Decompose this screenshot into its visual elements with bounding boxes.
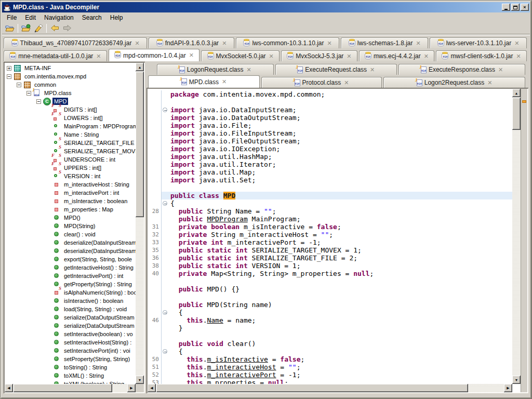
tree-item[interactable]: toXML(boolean) : String	[5, 380, 136, 384]
tab-close-icon[interactable]: ✕	[96, 54, 101, 59]
jar-tab[interactable]: 010mws.ecj-4.4.2.jar✕	[359, 50, 434, 61]
class-tab[interactable]: J010LogonRequest.class✕	[157, 64, 274, 75]
tree-item[interactable]: getProperty(String) : String	[5, 280, 136, 288]
tree-item[interactable]: isInteractive() : boolean	[5, 297, 136, 305]
fold-collapse-icon[interactable]	[163, 349, 167, 354]
tree-item[interactable]: FSUNDERSCORE : int	[5, 155, 136, 164]
tree-item[interactable]: m_interactiveHost : String	[5, 180, 136, 189]
back-button[interactable]	[48, 23, 61, 34]
tab-close-icon[interactable]: ✕	[514, 41, 519, 46]
class-tab[interactable]: J010ExecuteResponse.class✕	[398, 64, 525, 75]
jar-tab[interactable]: 010MvxSockJ-5.3.jar✕	[281, 50, 357, 61]
code-horizontal-scrollbar[interactable]: ◀ ▶	[148, 384, 512, 392]
jar-tab[interactable]: 010lws-schemas-1.8.jar✕	[341, 37, 428, 48]
scroll-down-button[interactable]: ▼	[136, 376, 144, 384]
maximize-button[interactable]	[511, 4, 520, 11]
link-token[interactable]: m_interactivePort	[207, 371, 276, 379]
tree-item[interactable]: export(String, String, boole	[5, 255, 136, 263]
tree-item[interactable]: toString() : String	[5, 363, 136, 371]
menu-search[interactable]: Search	[78, 13, 106, 22]
tree-item[interactable]: +META-INF	[5, 64, 136, 72]
tree-item[interactable]: m_properties : Map	[5, 205, 136, 214]
tree-item[interactable]: serialize(DataOutputStream	[5, 322, 136, 330]
tree-item[interactable]: −J010MPD.class	[5, 89, 136, 97]
tree-item[interactable]: deserialize(DataInputStream	[5, 238, 136, 247]
minimize-button[interactable]	[502, 4, 510, 11]
tree-item[interactable]: serialize(DataOutputStream	[5, 313, 136, 322]
tab-close-icon[interactable]: ✕	[347, 54, 351, 59]
tree-item[interactable]: −common	[5, 81, 136, 89]
fold-collapse-icon[interactable]	[163, 108, 167, 112]
tab-close-icon[interactable]: ✕	[222, 79, 227, 85]
tree-item[interactable]: load(String, String) : void	[5, 305, 136, 313]
jar-tab[interactable]: 010fndAPI-9.1.6.0.3.jar✕	[149, 37, 234, 48]
tree-item[interactable]: SisAlphaNumeric(String) : boo	[5, 288, 136, 297]
link-token[interactable]: m_properties	[207, 379, 256, 384]
jar-tab[interactable]: 010lws-server-10.3.1.10.jar✕	[430, 37, 527, 48]
jar-tab[interactable]: 010mpd-common-1.0.4.jar✕	[109, 49, 200, 61]
class-tab[interactable]: J010Logon2Request.class✕	[383, 77, 525, 88]
open-type-button[interactable]	[20, 23, 32, 34]
scrollbar-thumb[interactable]	[14, 384, 112, 392]
scrollbar-thumb[interactable]	[512, 98, 521, 130]
collapse-icon[interactable]: −	[7, 74, 11, 79]
tree-item[interactable]: FSDIGITS : int[]	[5, 105, 136, 114]
scroll-up-button[interactable]: ▲	[136, 63, 144, 71]
tree-item[interactable]: getInteractivePort() : int	[5, 272, 136, 280]
tree-item[interactable]: SSERIALIZE_TARGET_FILE :	[5, 139, 136, 147]
tree-item[interactable]: setInteractivePort(int) : voi	[5, 347, 136, 355]
jar-tab[interactable]: 010mne-metadata-util-1.0.0.jar✕	[4, 50, 107, 61]
menu-edit[interactable]: Edit	[21, 13, 40, 22]
collapse-icon[interactable]: −	[36, 99, 41, 104]
close-button[interactable]: ×	[521, 4, 529, 11]
class-tab[interactable]: J010Protocol.class✕	[261, 77, 382, 88]
jar-tab[interactable]: 010lws-common-10.3.1.10.jar✕	[236, 37, 339, 48]
tab-close-icon[interactable]: ✕	[516, 54, 521, 59]
open-file-button[interactable]	[4, 23, 16, 34]
tree-item[interactable]: FSLOWERS : int[]	[5, 114, 136, 122]
jar-tab[interactable]: 010Thibaud_ws_4708974107726336749.jar✕	[4, 37, 147, 48]
scroll-down-button[interactable]: ▼	[512, 376, 521, 384]
tree-item[interactable]: MainProgram : MPDProgram	[5, 122, 136, 130]
tab-close-icon[interactable]: ✕	[189, 52, 194, 58]
scroll-right-button[interactable]: ▶	[127, 384, 136, 392]
jar-tab[interactable]: 010MvxSocket-5.0.jar✕	[201, 50, 280, 61]
tab-close-icon[interactable]: ✕	[498, 67, 503, 73]
menu-help[interactable]: Help	[106, 13, 127, 22]
link-token[interactable]: MPDProgram	[207, 215, 247, 223]
tree-item[interactable]: toXML() : String	[5, 371, 136, 380]
code-editor[interactable]: package com.intentia.movex.mpd.common;im…	[148, 89, 512, 384]
tree-item[interactable]: getInteractiveHost() : String	[5, 263, 136, 272]
scrollbar-thumb[interactable]	[136, 72, 144, 217]
title-bar[interactable]: MPD.class - Java Decompiler ×	[2, 2, 530, 12]
tree-item[interactable]: Name : String	[5, 130, 136, 139]
tree-item[interactable]: −MPD	[5, 97, 136, 105]
search-button[interactable]	[32, 23, 45, 34]
forward-button[interactable]	[61, 23, 73, 34]
class-tab[interactable]: J010ExecuteRequest.class✕	[275, 64, 397, 75]
tree-item[interactable]: MPD()	[5, 214, 136, 222]
tree-item[interactable]: deserialize(DataInputStream	[5, 247, 136, 255]
tree-item[interactable]: m_isInteractive : boolean	[5, 197, 136, 205]
menu-navigation[interactable]: Navigation	[40, 13, 78, 22]
link-token[interactable]: Name	[207, 316, 223, 324]
expand-icon[interactable]: +	[7, 66, 11, 71]
tree-item[interactable]: setProperty(String, String)	[5, 355, 136, 363]
link-token[interactable]: m_isInteractive	[207, 355, 268, 363]
tree-item[interactable]: MPD(String)	[5, 222, 136, 230]
tab-close-icon[interactable]: ✕	[370, 67, 375, 73]
scrollbar-thumb[interactable]	[156, 384, 468, 392]
annotation-ruler[interactable]	[521, 89, 527, 392]
collapse-icon[interactable]: −	[26, 91, 31, 96]
tree-item[interactable]: setInteractive(boolean) : vo	[5, 330, 136, 338]
tree-vertical-scrollbar[interactable]: ▲ ▼	[136, 63, 144, 384]
link-token[interactable]: m_interactiveHost	[207, 363, 276, 371]
scroll-left-button[interactable]: ◀	[5, 384, 13, 392]
tab-close-icon[interactable]: ✕	[327, 41, 332, 46]
tab-close-icon[interactable]: ✕	[487, 80, 492, 86]
fold-collapse-icon[interactable]	[163, 201, 167, 206]
tree-item[interactable]: −com.intentia.movex.mpd	[5, 72, 136, 81]
tab-close-icon[interactable]: ✕	[222, 41, 227, 46]
tree-item[interactable]: m_interactivePort : int	[5, 189, 136, 197]
tree-item[interactable]: SSERIALIZE_TARGET_MOVEX	[5, 147, 136, 155]
